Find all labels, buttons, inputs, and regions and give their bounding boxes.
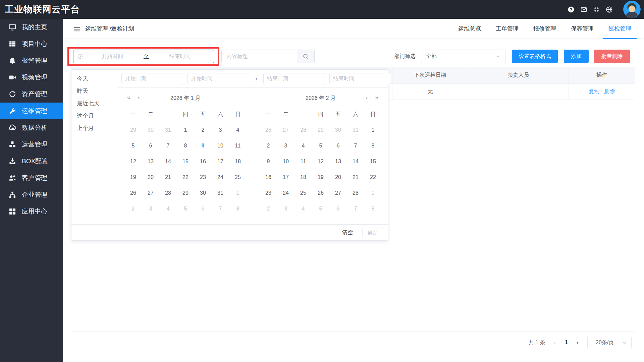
next-page-button[interactable]: › xyxy=(577,339,579,346)
calendar-day[interactable]: 5 xyxy=(312,201,329,217)
calendar-day[interactable]: 30 xyxy=(142,122,159,138)
tab-2[interactable]: 工单管理 xyxy=(496,19,519,39)
globe-icon[interactable] xyxy=(606,6,613,13)
calendar-day[interactable]: 24 xyxy=(212,169,229,185)
calendar-day[interactable]: 28 xyxy=(159,185,177,201)
calendar-day[interactable]: 13 xyxy=(329,154,347,169)
sidebar-item-10[interactable]: 客户管理 xyxy=(0,170,63,186)
end-time-input[interactable] xyxy=(329,73,391,84)
calendar-day[interactable]: 26 xyxy=(260,122,277,138)
calendar-day[interactable]: 18 xyxy=(294,169,312,185)
calendar-day[interactable]: 18 xyxy=(229,154,247,169)
prev-year-button[interactable]: « xyxy=(127,94,130,101)
tab-5[interactable]: 巡检管理 xyxy=(608,19,631,39)
calendar-day[interactable]: 1 xyxy=(177,122,194,138)
calendar-day[interactable]: 10 xyxy=(212,138,229,154)
calendar-day[interactable]: 4 xyxy=(294,201,312,217)
calendar-day[interactable]: 5 xyxy=(177,201,194,217)
start-time-input[interactable] xyxy=(187,73,249,84)
calendar-day[interactable]: 6 xyxy=(194,201,212,217)
compress-icon[interactable] xyxy=(593,6,600,13)
delete-link[interactable]: 删除 xyxy=(604,88,615,95)
calendar-day[interactable]: 8 xyxy=(229,201,247,217)
page-size-select[interactable]: 20条/页 xyxy=(587,336,632,349)
calendar-day[interactable]: 31 xyxy=(347,122,364,138)
calendar-day[interactable]: 17 xyxy=(277,169,294,185)
calendar-day[interactable]: 8 xyxy=(364,138,382,154)
calendar-day[interactable]: 28 xyxy=(294,122,312,138)
clear-button[interactable]: 清空 xyxy=(342,229,353,236)
calendar-day[interactable]: 15 xyxy=(177,154,194,169)
calendar-day[interactable]: 20 xyxy=(329,169,347,185)
search-button[interactable] xyxy=(297,50,315,63)
calendar-day[interactable]: 10 xyxy=(277,154,294,169)
sidebar-item-4[interactable]: 视频管理 xyxy=(0,69,63,86)
calendar-day[interactable]: 14 xyxy=(347,154,364,169)
calendar-day[interactable]: 3 xyxy=(277,138,294,154)
sidebar-item-11[interactable]: 企业管理 xyxy=(0,186,63,203)
copy-link[interactable]: 复制 xyxy=(589,88,599,95)
calendar-day[interactable]: 14 xyxy=(159,154,177,169)
calendar-day[interactable]: 11 xyxy=(294,154,312,169)
calendar-day[interactable]: 27 xyxy=(142,185,159,201)
calendar-day[interactable]: 26 xyxy=(124,185,142,201)
picker-shortcut-2[interactable]: 昨天 xyxy=(71,85,118,97)
sidebar-item-8[interactable]: 运营管理 xyxy=(0,136,63,153)
calendar-day[interactable]: 1 xyxy=(364,185,382,201)
calendar-day[interactable]: 12 xyxy=(124,154,142,169)
calendar-day[interactable]: 31 xyxy=(159,122,177,138)
calendar-day[interactable]: 30 xyxy=(194,185,212,201)
calendar-day[interactable]: 29 xyxy=(312,122,329,138)
calendar-day[interactable]: 15 xyxy=(364,154,382,169)
calendar-day[interactable]: 25 xyxy=(229,169,247,185)
prev-page-button[interactable]: ‹ xyxy=(554,339,556,346)
calendar-day[interactable]: 3 xyxy=(212,122,229,138)
tab-3[interactable]: 报修管理 xyxy=(533,19,556,39)
calendar-day[interactable]: 7 xyxy=(212,201,229,217)
calendar-day[interactable]: 2 xyxy=(194,122,212,138)
calendar-day-today[interactable]: 9 xyxy=(194,138,212,154)
calendar-day[interactable]: 1 xyxy=(364,122,382,138)
calendar-day[interactable]: 22 xyxy=(364,169,382,185)
end-time-placeholder[interactable]: 结束时间 xyxy=(151,53,210,60)
calendar-day[interactable]: 2 xyxy=(124,201,142,217)
calendar-day[interactable]: 9 xyxy=(260,154,277,169)
picker-shortcut-4[interactable]: 这个月 xyxy=(71,110,118,122)
calendar-day[interactable]: 30 xyxy=(329,122,347,138)
calendar-day[interactable]: 22 xyxy=(177,169,194,185)
next-month-button[interactable]: › xyxy=(366,94,368,101)
calendar-day[interactable]: 7 xyxy=(347,201,364,217)
calendar-day[interactable]: 2 xyxy=(260,138,277,154)
calendar-day[interactable]: 23 xyxy=(260,185,277,201)
calendar-day[interactable]: 13 xyxy=(142,154,159,169)
sidebar-item-3[interactable]: 报警管理 xyxy=(0,52,63,69)
sidebar-item-6[interactable]: 运维管理 xyxy=(0,103,63,119)
calendar-day[interactable]: 23 xyxy=(194,169,212,185)
calendar-day[interactable]: 3 xyxy=(142,201,159,217)
picker-shortcut-3[interactable]: 最近七天 xyxy=(71,97,118,110)
calendar-day[interactable]: 4 xyxy=(159,201,177,217)
calendar-day[interactable]: 6 xyxy=(142,138,159,154)
picker-shortcut-1[interactable]: 今天 xyxy=(71,72,118,85)
calendar-day[interactable]: 16 xyxy=(194,154,212,169)
set-table-format-button[interactable]: 设置表格格式 xyxy=(512,50,558,63)
calendar-day[interactable]: 16 xyxy=(260,169,277,185)
current-page[interactable]: 1 xyxy=(565,339,568,346)
calendar-day[interactable]: 24 xyxy=(277,185,294,201)
start-date-input[interactable] xyxy=(121,73,183,84)
calendar-day[interactable]: 6 xyxy=(329,201,347,217)
calendar-day[interactable]: 1 xyxy=(229,185,247,201)
calendar-day[interactable]: 5 xyxy=(312,138,329,154)
calendar-day[interactable]: 26 xyxy=(312,185,329,201)
sidebar-item-1[interactable]: 我的主页 xyxy=(0,19,63,36)
calendar-day[interactable]: 4 xyxy=(294,138,312,154)
calendar-day[interactable]: 19 xyxy=(312,169,329,185)
tab-4[interactable]: 保养管理 xyxy=(571,19,594,39)
calendar-day[interactable]: 5 xyxy=(124,138,142,154)
picker-shortcut-5[interactable]: 上个月 xyxy=(71,122,118,134)
sidebar-item-9[interactable]: BOX配置 xyxy=(0,153,63,170)
calendar-day[interactable]: 17 xyxy=(212,154,229,169)
calendar-day[interactable]: 7 xyxy=(159,138,177,154)
start-time-placeholder[interactable]: 开始时间 xyxy=(83,53,142,60)
sidebar-item-7[interactable]: 数据分析 xyxy=(0,119,63,136)
